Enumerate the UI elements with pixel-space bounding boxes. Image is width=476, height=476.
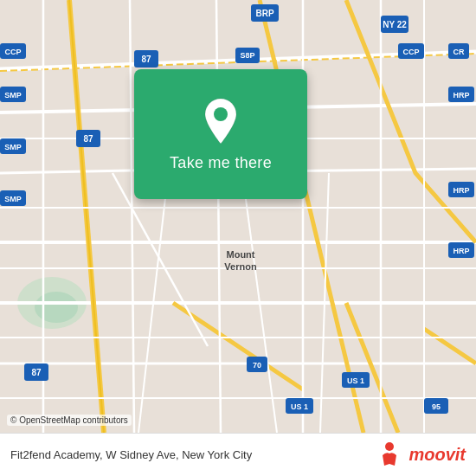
- moovit-text: moovit: [408, 445, 466, 465]
- svg-text:CCP: CCP: [402, 48, 419, 56]
- svg-text:70: 70: [253, 361, 261, 370]
- svg-text:87: 87: [31, 368, 42, 377]
- svg-point-63: [385, 442, 394, 451]
- svg-text:87: 87: [141, 55, 151, 64]
- svg-point-2: [35, 292, 78, 323]
- take-me-there-card[interactable]: Take me there: [134, 69, 307, 199]
- svg-text:Mount: Mount: [227, 249, 255, 260]
- svg-text:HRP: HRP: [453, 247, 469, 255]
- moovit-icon: [374, 440, 405, 471]
- svg-text:CCP: CCP: [4, 48, 21, 56]
- svg-text:SMP: SMP: [4, 143, 22, 151]
- moovit-logo: moovit: [374, 440, 466, 471]
- take-me-there-label: Take me there: [170, 154, 272, 172]
- svg-point-62: [214, 107, 228, 121]
- svg-text:95: 95: [432, 402, 441, 411]
- svg-text:87: 87: [83, 134, 93, 144]
- address-text: Fit2fend Academy, W Sidney Ave, New York…: [10, 448, 374, 461]
- svg-text:US 1: US 1: [347, 376, 364, 385]
- svg-text:Vernon: Vernon: [224, 261, 257, 272]
- svg-text:US 1: US 1: [291, 402, 308, 411]
- svg-text:HRP: HRP: [453, 91, 469, 100]
- svg-text:SMP: SMP: [4, 195, 22, 203]
- svg-text:CR: CR: [453, 48, 465, 56]
- copyright-text: © OpenStreetMap contributors: [7, 415, 132, 426]
- location-pin-icon: [199, 97, 242, 145]
- svg-text:S8P: S8P: [240, 51, 254, 60]
- svg-text:SMP: SMP: [4, 91, 22, 100]
- svg-text:BRP: BRP: [255, 9, 273, 18]
- bottom-bar: Fit2fend Academy, W Sidney Ave, New York…: [0, 433, 476, 476]
- map-container: 87 BRP NY 22 S8P 87 CCP CCP SMP SMP SMP …: [0, 0, 476, 433]
- svg-text:NY 22: NY 22: [383, 20, 407, 29]
- svg-text:HRP: HRP: [453, 186, 469, 195]
